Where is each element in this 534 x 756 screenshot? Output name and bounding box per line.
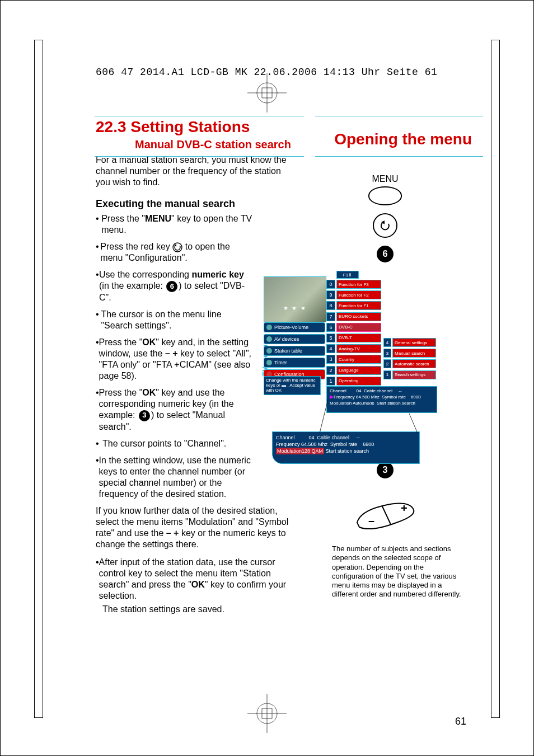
osd-r-num: 4 [383,338,391,347]
osd-r-num: 2 [383,359,391,368]
paragraph: • After input of the station data, use t… [96,557,294,615]
osd-help-box: Change with the numeric keys or ▬ . Acce… [264,376,321,395]
text: Press the " [101,214,145,223]
back-arrow-icon [379,219,391,232]
osd-left-item: Picture-Volume [264,322,325,332]
text: The cursor is on the menu line "Search s… [101,309,252,331]
plus-minus-keys: – + [166,528,179,538]
osd-num: 8 [326,301,335,310]
crop-mark-left [34,40,43,718]
svg-text:+: + [401,502,407,514]
osd-num: 3 [326,355,335,364]
osd-num: 2 [326,366,335,375]
osd-left-item: AV devices [264,334,325,344]
osd-mid-item: DVB-T [336,334,381,342]
paragraph: If you know further data of the desired … [96,505,294,550]
numeric-key-3: 3 [377,462,394,478]
osd-left-item: Timer [264,358,325,368]
key-name: OK [142,337,156,347]
osd-right-item-selected: Search settings [392,370,436,379]
osd-num: 0 [326,280,335,289]
registration-mark-top [247,73,287,112]
osd-num: 1 [326,377,335,386]
key-name: OK [191,580,205,589]
osd-mid-item: Function for F1 [336,301,381,310]
page-number: 61 [455,716,466,727]
osd-right-num-col: 4 3 2 1 [383,338,391,379]
osd-right-item: General settings [392,338,436,347]
svg-line-13 [409,414,418,433]
numeric-key-3-icon: 3 [139,410,150,421]
osd-num: 4 [326,344,335,353]
text: (in the example: [99,281,165,290]
osd-num: 9 [326,290,335,299]
osd-info-bar-zoom: Channel 04 Cable channel -- Frequency 64… [272,431,420,464]
osd-mid-item: Function for F3 [336,280,381,289]
red-back-button [373,213,397,238]
rule-cyan [95,156,304,157]
intro-paragraph: For a manual station search, you must kn… [96,154,297,188]
numeric-key-6: 6 [377,246,394,262]
osd-right-item: Automatic search [392,359,436,368]
crop-mark-right [491,40,500,718]
osd-mid-item: Country [336,355,381,364]
text: Use the corresponding [99,270,191,279]
menu-button [368,186,402,205]
osd-right-item: Manuall search [392,349,436,358]
rule-cyan [315,156,483,157]
osd-r-num: 3 [383,349,391,358]
text: In the setting window, use the numeric k… [99,455,252,500]
osd-right-col: General settings Manuall search Automati… [392,338,436,379]
osd-mid-col: Function for F3 Function for F2 Function… [336,280,381,386]
osd-left-item: Station table [264,346,325,356]
osd-num: 6 [326,323,335,332]
page: 606 47 2014.A1 LCD-GB MK 22.06.2006 14:1… [0,0,534,756]
osd-mid-item: Operating [336,377,381,386]
osd-stars: ★ ★ ★ [264,305,326,311]
menu-button-label: MENU [372,174,398,184]
section-title: 22.3 Setting Stations [96,118,291,136]
key-name: MENU [145,214,171,223]
content-area: 22.3 Setting Stations Manual DVB-C stati… [96,118,483,705]
osd-preview-thumb: ★ ★ ★ [264,276,326,322]
key-name: numeric key [191,270,243,279]
osd-num: 5 [326,334,335,342]
rule-cyan [315,116,483,116]
svg-line-12 [320,400,328,433]
back-icon [172,242,182,252]
text: Press the " [99,388,143,397]
osd-num: 7 [326,312,335,321]
numeric-key-6-icon: 6 [166,281,177,292]
opening-menu-heading: Opening the menu [334,130,472,148]
osd-mid-item: Language [336,366,381,375]
key-name: OK [142,388,156,397]
rule-cyan [95,116,304,116]
text: Press the " [99,337,143,347]
osd-left-menu: Picture-Volume AV devices Station table … [264,322,325,379]
osd-mid-item: EURO sockets [336,312,381,321]
svg-text:–: – [368,514,374,527]
osd-mid-item-highlight: DVB-C [336,323,381,332]
text: Press the red key [100,242,172,251]
section-subtitle: Manual DVB-C station search [96,138,291,151]
rocker-plus-minus-button: + – [352,492,419,537]
osd-mid-item: Analog-TV [336,344,381,353]
osd-number-col: 0 9 8 7 6 5 4 3 2 1 [326,280,335,386]
instruction-list: • Press the "MENU" key to open the TV me… [96,213,252,500]
footnote: The number of subjects and sections depe… [332,544,466,599]
osd-f1-tab: F1⬆ [336,271,359,279]
text: The cursor points to "Channel". [102,438,226,449]
callout-line [320,397,420,436]
plus-minus-keys: – + [165,349,178,358]
osd-mid-item: Function for F2 [336,290,381,299]
osd-r-num: 1 [383,370,391,379]
text: The station settings are saved. [96,604,294,615]
